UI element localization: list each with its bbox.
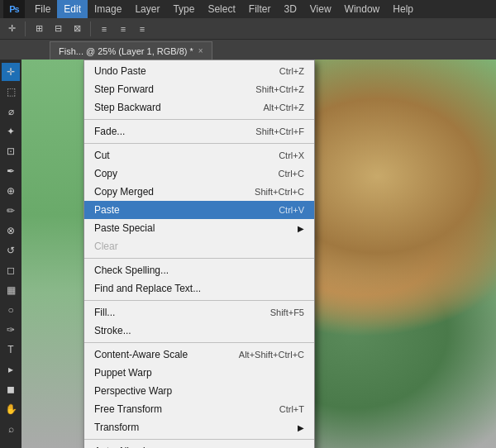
active-tab[interactable]: Fish... @ 25% (Layer 1, RGB/8) * ×: [50, 41, 212, 60]
menu-free-transform[interactable]: Free Transform Ctrl+T: [84, 400, 314, 418]
tool-crop[interactable]: ⊡: [2, 142, 20, 160]
menu-filter[interactable]: Filter: [242, 0, 278, 18]
menu-image[interactable]: Image: [88, 0, 128, 18]
menubar: Ps File Edit Image Layer Type Select Fil…: [0, 0, 496, 18]
toolbar-icon-4[interactable]: ⊠: [69, 21, 85, 37]
menu-copy[interactable]: Copy Ctrl+C: [84, 164, 314, 183]
toolbar-icon-7[interactable]: ≡: [134, 21, 150, 37]
tool-marquee[interactable]: ⬚: [2, 83, 20, 101]
tool-zoom[interactable]: ⌕: [2, 420, 20, 438]
menu-check-spelling[interactable]: Check Spelling...: [84, 261, 314, 279]
menu-find-replace[interactable]: Find and Replace Text...: [84, 279, 314, 298]
menu-select[interactable]: Select: [201, 0, 241, 18]
menu-paste[interactable]: Paste Ctrl+V: [84, 201, 314, 219]
options-toolbar: ✛ ⊞ ⊟ ⊠ ≡ ≡ ≡: [0, 18, 496, 40]
content-area: ✛ ⬚ ⌀ ✦ ⊡ ✒ ⊕ ✏ ⊗ ↺ ◻ ▦ ○ ✑ T ▸ ◼ ✋ ⌕ Un…: [0, 60, 496, 448]
toolbar-sep-2: [90, 21, 91, 36]
menu-perspective-warp[interactable]: Perspective Warp: [84, 382, 314, 400]
toolbar-icon-2[interactable]: ⊞: [31, 21, 47, 37]
menu-type[interactable]: Type: [166, 0, 201, 18]
sep-4: [84, 300, 314, 301]
tab-label: Fish... @ 25% (Layer 1, RGB/8) *: [59, 46, 193, 56]
tool-quick-select[interactable]: ✦: [2, 122, 20, 141]
toolbar-move-icon[interactable]: ✛: [3, 21, 20, 37]
sep-3: [84, 258, 314, 259]
edit-dropdown-menu: Undo Paste Ctrl+Z Step Forward Shift+Ctr…: [83, 60, 315, 448]
tool-path-select[interactable]: ▸: [2, 360, 20, 379]
tool-lasso[interactable]: ⌀: [2, 102, 20, 121]
toolbar-sep-1: [25, 21, 26, 36]
sep-2: [84, 143, 314, 144]
menu-transform[interactable]: Transform ▶: [84, 418, 314, 436]
left-sidebar: ✛ ⬚ ⌀ ✦ ⊡ ✒ ⊕ ✏ ⊗ ↺ ◻ ▦ ○ ✑ T ▸ ◼ ✋ ⌕: [0, 60, 21, 448]
tool-history[interactable]: ↺: [2, 241, 20, 260]
menu-copy-merged[interactable]: Copy Merged Shift+Ctrl+C: [84, 183, 314, 201]
tab-close-btn[interactable]: ×: [198, 46, 203, 55]
menu-undo-paste[interactable]: Undo Paste Ctrl+Z: [84, 62, 314, 80]
menu-view[interactable]: View: [303, 0, 338, 18]
menu-stroke[interactable]: Stroke...: [84, 322, 314, 340]
tool-dodge[interactable]: ○: [2, 301, 20, 319]
tool-gradient[interactable]: ▦: [2, 281, 20, 299]
canvas-area: Undo Paste Ctrl+Z Step Forward Shift+Ctr…: [21, 60, 496, 448]
menu-fade[interactable]: Fade... Shift+Ctrl+F: [84, 122, 314, 141]
tool-brush[interactable]: ✏: [2, 202, 20, 220]
menu-clear[interactable]: Clear: [84, 237, 314, 255]
tool-eraser[interactable]: ◻: [2, 261, 20, 279]
menu-file[interactable]: File: [28, 0, 57, 18]
sep-6: [84, 439, 314, 440]
tool-shape[interactable]: ◼: [2, 380, 20, 398]
menu-cut[interactable]: Cut Ctrl+X: [84, 146, 314, 164]
menu-fill[interactable]: Fill... Shift+F5: [84, 303, 314, 322]
menu-content-aware-scale[interactable]: Content-Aware Scale Alt+Shift+Ctrl+C: [84, 346, 314, 364]
menu-3d[interactable]: 3D: [277, 0, 303, 18]
tool-type[interactable]: T: [2, 341, 20, 359]
tool-heal[interactable]: ⊕: [2, 182, 20, 200]
transform-arrow: ▶: [298, 423, 304, 432]
menu-help[interactable]: Help: [386, 0, 420, 18]
sep-1: [84, 119, 314, 120]
menu-puppet-warp[interactable]: Puppet Warp: [84, 364, 314, 382]
tool-move[interactable]: ✛: [2, 63, 20, 81]
tool-hand[interactable]: ✋: [2, 400, 20, 418]
tool-eyedropper[interactable]: ✒: [2, 162, 20, 180]
menu-auto-align[interactable]: Auto-Align Layers...: [84, 442, 314, 448]
tabbar: Fish... @ 25% (Layer 1, RGB/8) * ×: [0, 40, 496, 60]
menu-layer[interactable]: Layer: [128, 0, 166, 18]
tool-pen[interactable]: ✑: [2, 321, 20, 339]
sep-5: [84, 342, 314, 343]
menu-step-backward[interactable]: Step Backward Alt+Ctrl+Z: [84, 98, 314, 117]
menu-window[interactable]: Window: [338, 0, 387, 18]
app-logo: Ps: [3, 0, 25, 18]
menu-paste-special[interactable]: Paste Special ▶: [84, 219, 314, 237]
toolbar-icon-3[interactable]: ⊟: [50, 21, 66, 37]
toolbar-icon-5[interactable]: ≡: [96, 21, 112, 37]
menu-step-forward[interactable]: Step Forward Shift+Ctrl+Z: [84, 80, 314, 98]
paste-special-arrow: ▶: [298, 224, 304, 233]
menu-edit[interactable]: Edit: [57, 0, 88, 18]
toolbar-icon-6[interactable]: ≡: [115, 21, 131, 37]
tool-clone[interactable]: ⊗: [2, 222, 20, 240]
